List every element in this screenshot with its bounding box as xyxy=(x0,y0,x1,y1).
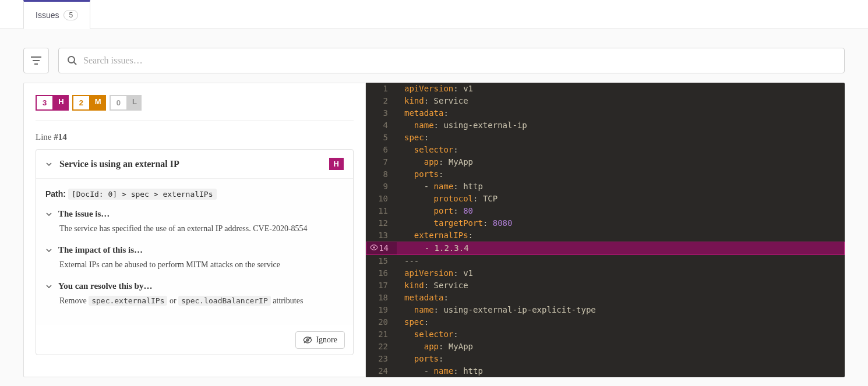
code-line[interactable]: 3metadata: xyxy=(366,107,845,119)
severity-filters: 3 H 2 M 0 L xyxy=(36,95,354,121)
code-line[interactable]: 6 selector: xyxy=(366,144,845,156)
chevron-down-icon xyxy=(45,211,52,218)
code-line[interactable]: 17kind: Service xyxy=(366,279,845,292)
code-line[interactable]: 18metadata: xyxy=(366,292,845,304)
code-content: kind: Service xyxy=(396,279,845,292)
chevron-down-icon xyxy=(45,161,52,168)
issue-path: Path: [DocId: 0] > spec > externalIPs xyxy=(45,189,344,199)
sort-icon xyxy=(31,56,41,65)
section-resolve: You can resolve this by… Remove spec.ext… xyxy=(45,281,344,307)
ignore-button[interactable]: Ignore xyxy=(295,331,345,349)
code-content: - 1.2.3.4 xyxy=(397,242,844,254)
severity-low-letter: L xyxy=(128,95,142,111)
code-content: spec: xyxy=(396,316,845,328)
line-number: 12 xyxy=(366,217,396,229)
section-impact-header[interactable]: The impact of this is… xyxy=(45,245,344,255)
tab-issues[interactable]: Issues 5 xyxy=(23,0,90,29)
line-number: 23 xyxy=(366,353,396,365)
severity-high-count: 3 xyxy=(36,95,54,111)
line-number: 11 xyxy=(366,205,396,217)
line-number: 8 xyxy=(366,168,396,180)
code-content: protocol: TCP xyxy=(396,193,845,205)
code-line[interactable]: 4 name: using-external-ip xyxy=(366,119,845,132)
section-impact-text: External IPs can be abused to perform MI… xyxy=(59,258,344,271)
line-number: 7 xyxy=(366,156,396,168)
line-number: 15 xyxy=(366,255,396,267)
code-content: app: MyApp xyxy=(396,156,845,168)
issues-panel: 3 H 2 M 0 L Line #14 Service is using an… xyxy=(23,83,366,377)
line-number: 19 xyxy=(366,304,396,316)
code-content: selector: xyxy=(396,144,845,156)
code-line[interactable]: 15--- xyxy=(366,255,845,267)
code-line[interactable]: 8 ports: xyxy=(366,168,845,180)
code-content: --- xyxy=(396,255,845,267)
code-line[interactable]: 23 ports: xyxy=(366,353,845,365)
code-content: name: using-external-ip xyxy=(396,119,845,132)
code-line[interactable]: 5spec: xyxy=(366,132,845,144)
line-number: 16 xyxy=(366,267,396,279)
tab-count-badge: 5 xyxy=(63,10,78,20)
line-number: 20 xyxy=(366,316,396,328)
svg-point-0 xyxy=(68,56,75,63)
code-line[interactable]: 1apiVersion: v1 xyxy=(366,83,845,95)
code-line[interactable]: 10 protocol: TCP xyxy=(366,193,845,205)
code-line[interactable]: 7 app: MyApp xyxy=(366,156,845,168)
code-panel: 1apiVersion: v12kind: Service3metadata:4… xyxy=(366,83,845,377)
code-content: apiVersion: v1 xyxy=(396,83,845,95)
severity-high[interactable]: 3 H xyxy=(36,95,69,111)
section-resolve-text: Remove spec.externalIPs or spec.loadBala… xyxy=(59,295,344,307)
code-line[interactable]: 14 - 1.2.3.4 xyxy=(366,242,845,255)
search-icon xyxy=(67,55,77,66)
code-content: targetPort: 8080 xyxy=(396,217,845,229)
line-number: 22 xyxy=(366,341,396,353)
code-line[interactable]: 24 - name: http xyxy=(366,365,845,377)
section-issue-text: The service has specified the use of an … xyxy=(59,222,344,235)
sort-button[interactable] xyxy=(23,48,49,73)
code-line[interactable]: 9 - name: http xyxy=(366,180,845,193)
code-content: ports: xyxy=(396,168,845,180)
section-resolve-header[interactable]: You can resolve this by… xyxy=(45,281,344,291)
code-content: ports: xyxy=(396,353,845,365)
section-impact: The impact of this is… External IPs can … xyxy=(45,245,344,271)
code-content: app: MyApp xyxy=(396,341,845,353)
code-content: apiVersion: v1 xyxy=(396,267,845,279)
line-number: 24 xyxy=(366,365,396,377)
code-line[interactable]: 2kind: Service xyxy=(366,95,845,107)
severity-low[interactable]: 0 L xyxy=(110,95,142,111)
search-field[interactable] xyxy=(58,48,845,73)
issue-header[interactable]: Service is using an external IP H xyxy=(36,150,353,179)
line-number: 13 xyxy=(366,229,396,242)
line-number: 17 xyxy=(366,279,396,292)
line-number: 14 xyxy=(366,242,397,254)
section-issue: The issue is… The service has specified … xyxy=(45,209,344,235)
issue-title: Service is using an external IP xyxy=(59,159,329,169)
eye-off-icon xyxy=(303,336,312,344)
toolbar xyxy=(0,29,868,83)
code-line[interactable]: 22 app: MyApp xyxy=(366,341,845,353)
svg-point-2 xyxy=(373,246,375,249)
code-line[interactable]: 19 name: using-external-ip-explicit-type xyxy=(366,304,845,316)
code-line[interactable]: 13 externalIPs: xyxy=(366,229,845,242)
issue-severity-badge: H xyxy=(329,158,344,170)
section-issue-header[interactable]: The issue is… xyxy=(45,209,344,219)
line-number: 5 xyxy=(366,132,396,144)
severity-medium-letter: M xyxy=(90,95,106,111)
code-line[interactable]: 20spec: xyxy=(366,316,845,328)
severity-high-letter: H xyxy=(54,95,68,111)
severity-medium[interactable]: 2 M xyxy=(72,95,106,111)
line-number: 10 xyxy=(366,193,396,205)
path-code: [DocId: 0] > spec > externalIPs xyxy=(68,189,217,200)
code-line[interactable]: 21 selector: xyxy=(366,328,845,341)
line-reference: Line #14 xyxy=(36,132,354,142)
code-line[interactable]: 11 port: 80 xyxy=(366,205,845,217)
search-input[interactable] xyxy=(83,55,836,66)
code-line[interactable]: 16apiVersion: v1 xyxy=(366,267,845,279)
code-content: port: 80 xyxy=(396,205,845,217)
code-content: externalIPs: xyxy=(396,229,845,242)
issue-card: Service is using an external IP H Path: … xyxy=(36,149,354,355)
code-line[interactable]: 12 targetPort: 8080 xyxy=(366,217,845,229)
severity-medium-count: 2 xyxy=(72,95,90,111)
line-number: 21 xyxy=(366,328,396,341)
line-number: 2 xyxy=(366,95,396,107)
line-number: 3 xyxy=(366,107,396,119)
